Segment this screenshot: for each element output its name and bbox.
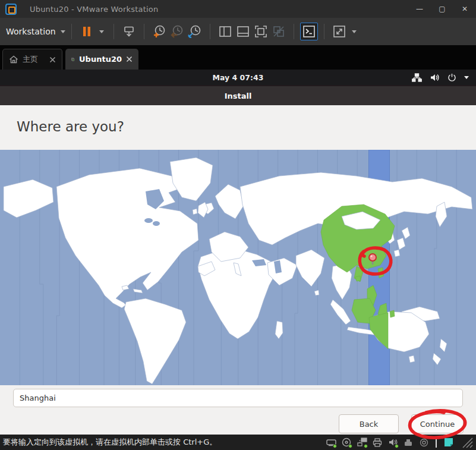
pause-power-icon (82, 26, 92, 37)
network-adapter-icon[interactable] (356, 437, 368, 448)
installer-title: Install (225, 92, 252, 100)
fullscreen-icon (254, 25, 267, 38)
volume-icon[interactable] (430, 73, 440, 82)
toolbar-separator (71, 24, 72, 39)
fit-guest-button[interactable] (330, 23, 348, 40)
console-view-button[interactable] (300, 23, 318, 40)
toolbar-separator (294, 24, 294, 39)
toolbar-separator (144, 24, 144, 39)
device-connected-dot (333, 444, 337, 448)
revert-snapshot-icon (170, 24, 184, 39)
snapshot-manager-icon (188, 24, 202, 39)
tab-label: Ubuntu20 (79, 55, 122, 64)
device-connected-dot (364, 444, 368, 448)
maximize-button[interactable]: ▢ (431, 0, 453, 18)
toolbar-separator (114, 24, 114, 39)
vm-screen: May 4 07:43 Install Where are (0, 70, 476, 435)
workstation-menu-label: Workstation (6, 27, 56, 36)
vm-running-icon (71, 55, 75, 64)
grab-input-icon (122, 25, 135, 38)
take-snapshot-icon (152, 24, 166, 39)
status-bar: 要将输入定向到该虚拟机，请在虚拟机内部单击或按 Ctrl+G。 (0, 435, 476, 450)
continue-button[interactable]: Continue (411, 414, 464, 433)
unity-mode-icon (272, 25, 285, 38)
pause-power-button[interactable] (78, 23, 96, 40)
tab-bar: 主页 Ubuntu20 (0, 45, 476, 70)
show-library-icon (219, 26, 232, 37)
revert-snapshot-button[interactable] (168, 23, 186, 40)
console-view-icon (302, 25, 316, 38)
message-log-icon[interactable] (443, 437, 455, 448)
title-bar: Ubuntu20 - VMware Workstation — ▢ ✕ (0, 0, 476, 18)
fullscreen-button[interactable] (252, 23, 270, 40)
vmware-logo-icon (5, 4, 17, 15)
chevron-down-icon[interactable] (99, 30, 104, 33)
resize-grip[interactable] (459, 436, 474, 449)
toolbar: Workstation (0, 18, 476, 45)
tab-label: 主页 (23, 54, 38, 65)
vmware-window: Ubuntu20 - VMware Workstation — ▢ ✕ Work… (0, 0, 476, 450)
grab-input-button[interactable] (120, 23, 138, 40)
clock[interactable]: May 4 07:43 (0, 73, 476, 82)
dial-icon[interactable] (418, 437, 430, 448)
device-connected-dot (348, 444, 352, 448)
device-connected-dot (395, 444, 399, 448)
snapshot-manager-button[interactable] (186, 23, 204, 40)
tab-ubuntu20[interactable]: Ubuntu20 (65, 49, 138, 70)
chevron-down-icon[interactable] (464, 76, 469, 79)
status-message: 要将输入定向到该虚拟机，请在虚拟机内部单击或按 Ctrl+G。 (3, 437, 217, 448)
installer-titlebar: Install (0, 85, 476, 105)
world-map[interactable] (0, 150, 476, 385)
page-title: Where are you? (17, 119, 124, 134)
harddisk-icon[interactable] (325, 437, 337, 448)
toolbar-separator (324, 24, 324, 39)
show-thumbnails-icon (237, 26, 250, 37)
ubuntu-top-panel: May 4 07:43 (0, 70, 476, 85)
unity-mode-button[interactable] (270, 23, 288, 40)
power-icon[interactable] (447, 73, 456, 82)
back-button[interactable]: Back (339, 414, 399, 433)
show-thumbnails-button[interactable] (234, 23, 252, 40)
fit-guest-icon (333, 25, 346, 38)
statusbar-separator (436, 437, 437, 448)
chevron-down-icon (61, 30, 65, 33)
close-button[interactable]: ✕ (453, 0, 476, 18)
network-icon[interactable] (412, 73, 422, 82)
minimize-button[interactable]: — (408, 0, 431, 18)
workstation-menu[interactable]: Workstation (6, 27, 65, 36)
close-tab-icon[interactable] (49, 56, 56, 63)
toolbar-separator (210, 24, 210, 39)
usb-device-icon[interactable] (402, 437, 414, 448)
tab-home[interactable]: 主页 (2, 49, 62, 70)
timezone-input[interactable] (13, 389, 463, 407)
home-icon (9, 55, 18, 64)
sound-icon[interactable] (387, 437, 399, 448)
window-title: Ubuntu20 - VMware Workstation (30, 5, 158, 14)
close-tab-icon[interactable] (126, 56, 133, 62)
chevron-down-icon[interactable] (352, 30, 357, 33)
timezone-map[interactable] (0, 150, 476, 385)
printer-icon[interactable] (371, 437, 383, 448)
take-snapshot-button[interactable] (150, 23, 168, 40)
show-library-button[interactable] (216, 23, 234, 40)
cdrom-icon[interactable] (341, 437, 352, 448)
